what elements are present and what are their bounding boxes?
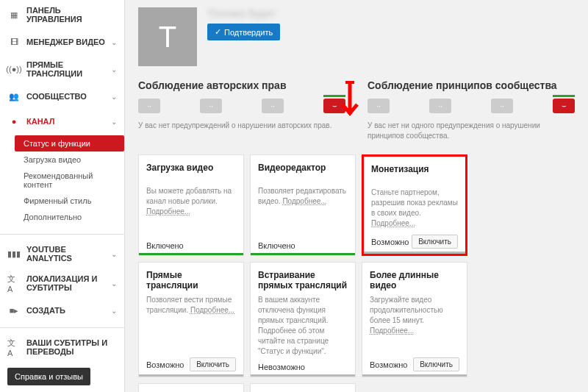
channel-avatar[interactable]: T — [138, 7, 197, 66]
chevron-down-icon: ⌄ — [111, 93, 117, 101]
feature-card: ВидеоредакторПозволяет редактировать вид… — [250, 154, 356, 256]
chevron-down-icon: ⌄ — [111, 65, 117, 74]
community-title-text: Соблюдение принципов сообщества — [368, 79, 557, 91]
feature-card: Встраивание прямых трансляцийВ вашем акк… — [250, 262, 356, 377]
community-status: Соблюдение принципов сообщества ·· ·· ··… — [368, 79, 575, 141]
chevron-down-icon: ⌄ — [111, 250, 117, 258]
card-footer: Включено — [258, 235, 348, 250]
card-desc: Позволяет редактировать видео. Подробнее… — [258, 186, 348, 235]
nav-label: КАНАЛ — [26, 117, 111, 126]
card-title: Загрузка видео — [146, 163, 236, 182]
subtitles-icon: 文A — [7, 341, 21, 354]
sub-branding[interactable]: Фирменный стиль — [0, 193, 124, 209]
copyright-title: Соблюдение авторских прав — [138, 79, 345, 91]
card-status: Включено — [258, 241, 295, 250]
face-icon: ·· — [138, 99, 160, 113]
nav-live[interactable]: ((●)) ПРЯМЫЕ ТРАНСЛЯЦИИ ⌄ — [0, 54, 124, 84]
face-icon: ·· — [491, 99, 513, 113]
learn-more-link[interactable]: Подробнее... — [370, 327, 414, 335]
community-icon: 👥 — [7, 90, 21, 103]
learn-more-link[interactable]: Подробнее... — [190, 306, 234, 314]
sub-advanced[interactable]: Дополнительно — [0, 209, 124, 225]
community-desc: У вас нет ни одного предупреждения о нар… — [368, 121, 575, 141]
feature-card: Пользовательские значки видеоИспользуйте… — [250, 383, 356, 392]
nav-channel[interactable]: ● КАНАЛ ⌄ — [0, 109, 124, 134]
video-manager-icon: 🎞 — [7, 35, 21, 49]
feature-cards: Загрузка видеоВы можете добавлять на кан… — [138, 154, 575, 392]
learn-more-link[interactable]: Подробнее... — [282, 197, 326, 205]
card-status: Включено — [146, 241, 184, 250]
nav-label: СОЗДАТЬ — [26, 306, 111, 315]
feature-card: МонетизацияСтаньте партнером, разрешив п… — [362, 154, 467, 256]
community-title: Соблюдение принципов сообщества — [368, 79, 575, 91]
learn-more-link[interactable]: Подробнее... — [146, 207, 190, 215]
channel-header: T Техника Будет Подтвердить — [138, 7, 575, 66]
divider — [0, 327, 124, 328]
card-title: Видеоредактор — [258, 163, 348, 182]
translate-icon: 文A — [7, 277, 21, 290]
live-icon: ((●)) — [7, 63, 21, 76]
sub-featured[interactable]: Рекомендованный контент — [0, 168, 124, 193]
chevron-down-icon: ⌄ — [111, 38, 117, 46]
main-content: T Техника Будет Подтвердить Соблюдение а… — [125, 0, 588, 392]
status-row: Соблюдение авторских прав ·· ·· ·· ⌣ У в… — [138, 79, 575, 141]
enable-button[interactable]: Включить — [190, 357, 236, 371]
card-status: Возможно — [146, 360, 184, 369]
divider — [0, 234, 124, 235]
card-title: Прямые трансляции — [146, 270, 236, 291]
sub-upload[interactable]: Загрузка видео — [0, 152, 124, 168]
card-footer: ВозможноВключить — [371, 229, 458, 249]
sidebar: ▦ ПАНЕЛЬ УПРАВЛЕНИЯ 🎞 МЕНЕДЖЕР ВИДЕО ⌄ (… — [0, 0, 125, 392]
nav-dashboard[interactable]: ▦ ПАНЕЛЬ УПРАВЛЕНИЯ — [0, 0, 124, 29]
nav-localization[interactable]: 文A ЛОКАЛИЗАЦИЯ И СУБТИТРЫ ⌄ — [0, 268, 124, 298]
nav-label: ПРЯМЫЕ ТРАНСЛЯЦИИ — [26, 60, 111, 78]
learn-more-link[interactable]: Подробнее... — [371, 219, 415, 227]
sub-status-features[interactable]: Статус и функции — [15, 135, 124, 152]
chevron-down-icon: ⌄ — [111, 118, 117, 126]
help-button[interactable]: Справка и отзывы — [7, 368, 90, 385]
face-icon: ·· — [262, 99, 284, 113]
nav-community[interactable]: 👥 СООБЩЕСТВО ⌄ — [0, 84, 124, 109]
status-bar — [362, 374, 467, 377]
card-desc: Позволяет вести прямые трансляции. Подро… — [146, 295, 236, 352]
feature-card: Прямые трансляцииПозволяет вести прямые … — [138, 262, 244, 377]
confirm-button[interactable]: Подтвердить — [207, 24, 280, 40]
card-desc: Станьте партнером, разрешив показ реклам… — [371, 188, 458, 229]
card-desc: Загружайте видео продолжительностью боле… — [370, 295, 459, 352]
status-bar — [364, 252, 465, 254]
nav-label: YOUTUBE ANALYTICS — [26, 245, 111, 263]
copyright-status: Соблюдение авторских прав ·· ·· ·· ⌣ У в… — [138, 79, 345, 141]
face-happy-icon: ⌣ — [553, 99, 575, 113]
nav-video-manager[interactable]: 🎞 МЕНЕДЖЕР ВИДЕО ⌄ — [0, 29, 124, 54]
card-desc: В вашем аккаунте отключена функция прямы… — [258, 295, 348, 357]
status-bar — [139, 374, 243, 377]
card-title: Более длинные видео — [370, 270, 459, 291]
chevron-down-icon: ⌄ — [111, 279, 117, 288]
community-indicator: ·· ·· ·· ⌣ — [368, 99, 575, 113]
nav-label: СООБЩЕСТВО — [26, 92, 111, 101]
analytics-icon: ▮▮▮ — [7, 247, 21, 260]
enable-button[interactable]: Включить — [413, 357, 459, 371]
card-status: Возможно — [370, 360, 407, 369]
nav-label: ВАШИ СУБТИТРЫ И ПЕРЕВОДЫ — [26, 338, 117, 356]
annotation-arrow-icon — [337, 81, 363, 125]
status-bar — [251, 253, 355, 255]
card-footer: ВозможноВключить — [146, 352, 236, 371]
channel-icon: ● — [7, 115, 21, 128]
card-title: Встраивание прямых трансляций — [258, 270, 348, 291]
confirm-label: Подтвердить — [224, 28, 273, 37]
nav-analytics[interactable]: ▮▮▮ YOUTUBE ANALYTICS ⌄ — [0, 239, 124, 268]
nav-create[interactable]: ■▸ СОЗДАТЬ ⌄ — [0, 298, 124, 323]
svg-rect-0 — [345, 81, 354, 84]
nav-your-subs[interactable]: 文A ВАШИ СУБТИТРЫ И ПЕРЕВОДЫ — [0, 332, 124, 362]
feature-card: Более длинные видеоЗагружайте видео прод… — [362, 262, 467, 377]
chevron-down-icon: ⌄ — [111, 307, 117, 315]
dashboard-icon: ▦ — [7, 8, 21, 21]
face-icon: ·· — [429, 99, 451, 113]
copyright-indicator: ·· ·· ·· ⌣ — [138, 99, 345, 113]
card-status: Возможно — [371, 238, 409, 246]
nav-label: ЛОКАЛИЗАЦИЯ И СУБТИТРЫ — [26, 274, 111, 292]
enable-button[interactable]: Включить — [412, 235, 458, 249]
nav-label: ПАНЕЛЬ УПРАВЛЕНИЯ — [26, 6, 117, 24]
status-bar — [251, 374, 355, 377]
